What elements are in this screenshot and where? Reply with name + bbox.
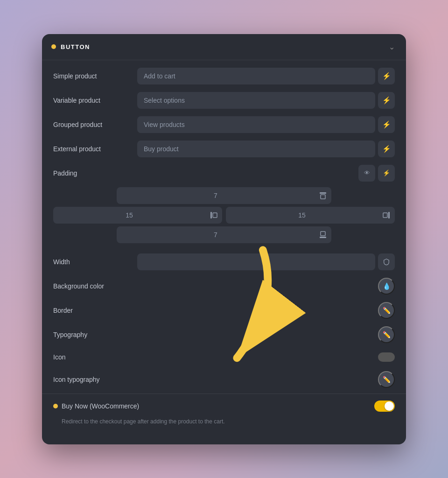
padding-left-input[interactable] xyxy=(53,207,205,224)
pencil-icon: ✏️ xyxy=(383,307,391,314)
padding-icons: 👁 ⚡ xyxy=(358,165,395,182)
width-input[interactable] xyxy=(137,253,375,270)
buy-now-row: Buy Now (WooCommerce) xyxy=(42,396,406,416)
chevron-down-icon[interactable]: ⌄ xyxy=(389,42,395,51)
variable-product-input[interactable] xyxy=(137,92,375,109)
padding-top-icon xyxy=(315,187,331,204)
width-row: Width xyxy=(42,250,406,274)
padding-bottom-input[interactable] xyxy=(117,226,315,243)
buy-now-label: Buy Now (WooCommerce) xyxy=(62,402,139,410)
variable-product-icon-btn[interactable]: ⚡ xyxy=(378,92,395,109)
typography-row: Typography ✏️ xyxy=(42,323,406,347)
background-color-btn[interactable]: 💧 xyxy=(378,278,395,295)
panel-header: BUTTON ⌄ xyxy=(42,34,406,60)
svg-rect-1 xyxy=(321,195,325,199)
svg-rect-3 xyxy=(213,213,217,218)
panel-body: Simple product ⚡ Variable product ⚡ xyxy=(42,60,406,433)
padding-top-wrap xyxy=(117,187,331,204)
grouped-product-icon-btn[interactable]: ⚡ xyxy=(378,116,395,133)
background-color-row: Background color 💧 xyxy=(42,274,406,298)
external-product-row: External product ⚡ xyxy=(42,137,406,161)
simple-product-input[interactable] xyxy=(137,68,375,84)
buy-now-toggle[interactable] xyxy=(374,401,395,412)
buy-now-dot xyxy=(53,404,58,408)
grouped-product-input[interactable] xyxy=(137,116,375,133)
simple-product-control: ⚡ xyxy=(137,68,395,84)
border-btn[interactable]: ✏️ xyxy=(378,302,395,319)
separator xyxy=(42,394,406,394)
icon-row: Icon xyxy=(42,347,406,367)
padding-sides-row xyxy=(53,207,395,224)
external-product-icon-btn[interactable]: ⚡ xyxy=(378,141,395,157)
lightning-icon: ⚡ xyxy=(382,96,391,105)
padding-left-wrap xyxy=(53,207,222,224)
shield-icon xyxy=(383,258,390,266)
padding-section xyxy=(42,185,406,250)
buy-now-description: Redirect to the checkout page after addi… xyxy=(42,416,406,429)
buy-now-label-wrap: Buy Now (WooCommerce) xyxy=(53,402,374,410)
padding-top-row xyxy=(53,187,395,204)
width-label: Width xyxy=(53,258,137,266)
button-panel: BUTTON ⌄ Simple product ⚡ Variable produ… xyxy=(42,34,406,444)
padding-left-icon xyxy=(205,207,222,224)
padding-right-input[interactable] xyxy=(226,207,378,224)
background-color-label: Background color xyxy=(53,282,137,290)
lightning-icon: ⚡ xyxy=(382,120,391,129)
padding-bottom-wrap xyxy=(117,226,331,243)
width-control xyxy=(137,253,395,270)
svg-rect-7 xyxy=(321,232,325,236)
border-label: Border xyxy=(53,307,137,314)
padding-label: Padding xyxy=(53,169,137,177)
padding-top-input[interactable] xyxy=(117,187,315,204)
icon-toggle[interactable] xyxy=(378,352,395,362)
svg-rect-4 xyxy=(388,212,390,218)
width-icon-btn[interactable] xyxy=(378,253,395,270)
panel-dot xyxy=(51,44,56,49)
simple-product-label: Simple product xyxy=(53,72,137,80)
panel-header-left: BUTTON xyxy=(51,43,90,50)
external-product-input[interactable] xyxy=(137,141,375,157)
lightning-icon: ⚡ xyxy=(382,145,391,153)
variable-product-label: Variable product xyxy=(53,97,137,104)
svg-rect-6 xyxy=(320,237,326,238)
grouped-product-control: ⚡ xyxy=(137,116,395,133)
panel-title: BUTTON xyxy=(61,43,90,50)
svg-rect-0 xyxy=(320,192,326,194)
toggle-knob xyxy=(385,401,394,411)
padding-eye-btn[interactable]: 👁 xyxy=(358,165,375,182)
simple-product-icon-btn[interactable]: ⚡ xyxy=(378,68,395,84)
variable-product-control: ⚡ xyxy=(137,92,395,109)
external-product-label: External product xyxy=(53,145,137,153)
external-product-control: ⚡ xyxy=(137,141,395,157)
icon-typography-label: Icon typography xyxy=(53,376,137,383)
droplet-icon: 💧 xyxy=(383,282,391,290)
grouped-product-row: Grouped product ⚡ xyxy=(42,112,406,137)
pencil-icon: ✏️ xyxy=(383,331,391,338)
typography-btn[interactable]: ✏️ xyxy=(378,326,395,343)
border-row: Border ✏️ xyxy=(42,298,406,323)
svg-rect-5 xyxy=(383,213,387,218)
padding-link-btn[interactable]: ⚡ xyxy=(378,165,395,182)
padding-right-icon xyxy=(378,207,395,224)
padding-right-wrap xyxy=(226,207,395,224)
variable-product-row: Variable product ⚡ xyxy=(42,88,406,112)
icon-typography-row: Icon typography ✏️ xyxy=(42,367,406,392)
grouped-product-label: Grouped product xyxy=(53,121,137,128)
lightning-icon: ⚡ xyxy=(382,72,391,80)
icon-label: Icon xyxy=(53,353,137,361)
svg-rect-2 xyxy=(210,212,212,218)
icon-typography-btn[interactable]: ✏️ xyxy=(378,371,395,388)
padding-row-header: Padding 👁 ⚡ xyxy=(42,161,406,185)
eye-icon: 👁 xyxy=(364,169,370,176)
link-icon: ⚡ xyxy=(383,169,390,176)
padding-bottom-icon xyxy=(315,226,331,243)
typography-label: Typography xyxy=(53,331,137,338)
simple-product-row: Simple product ⚡ xyxy=(42,64,406,88)
padding-bottom-row xyxy=(53,226,395,243)
pencil-icon: ✏️ xyxy=(383,376,391,383)
